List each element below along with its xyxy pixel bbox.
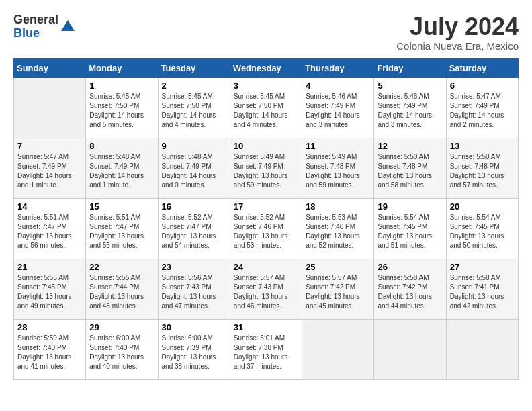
calendar-cell: 6Sunrise: 5:47 AM Sunset: 7:49 PM Daylig… [446, 77, 518, 138]
calendar-cell: 18Sunrise: 5:53 AM Sunset: 7:46 PM Dayli… [302, 198, 374, 259]
day-number: 16 [162, 201, 226, 212]
day-number: 23 [162, 262, 226, 272]
day-info: Sunrise: 5:51 AM Sunset: 7:47 PM Dayligh… [17, 213, 82, 250]
logo: General Blue [13, 13, 76, 40]
header-cell-sunday: Sunday [14, 58, 86, 77]
calendar-cell: 5Sunrise: 5:46 AM Sunset: 7:49 PM Daylig… [374, 77, 446, 138]
day-info: Sunrise: 5:54 AM Sunset: 7:45 PM Dayligh… [378, 213, 442, 250]
day-info: Sunrise: 6:00 AM Sunset: 7:39 PM Dayligh… [162, 334, 226, 371]
day-info: Sunrise: 6:01 AM Sunset: 7:38 PM Dayligh… [234, 334, 298, 371]
day-info: Sunrise: 5:58 AM Sunset: 7:41 PM Dayligh… [450, 273, 515, 311]
calendar-cell: 12Sunrise: 5:50 AM Sunset: 7:48 PM Dayli… [374, 138, 446, 198]
calendar-cell: 31Sunrise: 6:01 AM Sunset: 7:38 PM Dayli… [230, 319, 302, 379]
day-number: 29 [89, 322, 154, 332]
day-number: 15 [89, 201, 154, 212]
day-info: Sunrise: 5:48 AM Sunset: 7:49 PM Dayligh… [89, 152, 154, 190]
calendar-cell [374, 319, 446, 379]
day-number: 24 [234, 262, 298, 272]
calendar-cell: 28Sunrise: 5:59 AM Sunset: 7:40 PM Dayli… [14, 319, 86, 379]
day-number: 6 [450, 81, 515, 91]
day-number: 1 [89, 81, 154, 91]
header-cell-tuesday: Tuesday [158, 58, 230, 77]
day-info: Sunrise: 5:50 AM Sunset: 7:48 PM Dayligh… [378, 152, 442, 190]
calendar-cell: 22Sunrise: 5:55 AM Sunset: 7:44 PM Dayli… [86, 259, 158, 319]
logo-icon [60, 19, 76, 35]
day-number: 28 [17, 322, 82, 332]
day-info: Sunrise: 5:58 AM Sunset: 7:42 PM Dayligh… [378, 273, 442, 311]
day-number: 20 [450, 201, 515, 212]
day-number: 13 [450, 141, 515, 151]
calendar-week-3: 14Sunrise: 5:51 AM Sunset: 7:47 PM Dayli… [14, 198, 519, 259]
logo-blue: Blue [13, 27, 58, 40]
calendar-cell: 30Sunrise: 6:00 AM Sunset: 7:39 PM Dayli… [158, 319, 230, 379]
calendar-table: SundayMondayTuesdayWednesdayThursdayFrid… [13, 58, 519, 380]
day-number: 7 [17, 141, 82, 151]
day-info: Sunrise: 5:59 AM Sunset: 7:40 PM Dayligh… [17, 334, 82, 371]
calendar-cell: 9Sunrise: 5:48 AM Sunset: 7:49 PM Daylig… [158, 138, 230, 198]
day-number: 3 [234, 81, 298, 91]
header-cell-friday: Friday [374, 58, 446, 77]
day-number: 17 [234, 201, 298, 212]
month-title: July 2024 [396, 13, 519, 40]
calendar-cell: 27Sunrise: 5:58 AM Sunset: 7:41 PM Dayli… [446, 259, 518, 319]
calendar-cell: 1Sunrise: 5:45 AM Sunset: 7:50 PM Daylig… [86, 77, 158, 138]
day-info: Sunrise: 5:57 AM Sunset: 7:43 PM Dayligh… [234, 273, 298, 311]
day-number: 18 [306, 201, 370, 212]
calendar-cell: 23Sunrise: 5:56 AM Sunset: 7:43 PM Dayli… [158, 259, 230, 319]
day-info: Sunrise: 5:49 AM Sunset: 7:48 PM Dayligh… [306, 152, 370, 190]
svg-marker-0 [61, 20, 75, 31]
calendar-cell: 8Sunrise: 5:48 AM Sunset: 7:49 PM Daylig… [86, 138, 158, 198]
calendar-week-2: 7Sunrise: 5:47 AM Sunset: 7:49 PM Daylig… [14, 138, 519, 198]
header-cell-thursday: Thursday [302, 58, 374, 77]
calendar-header: SundayMondayTuesdayWednesdayThursdayFrid… [14, 58, 519, 77]
day-number: 26 [378, 262, 442, 272]
logo-general: General [13, 13, 58, 27]
day-number: 12 [378, 141, 442, 151]
calendar-cell: 11Sunrise: 5:49 AM Sunset: 7:48 PM Dayli… [302, 138, 374, 198]
day-number: 14 [17, 201, 82, 212]
day-number: 2 [162, 81, 226, 91]
calendar-cell: 10Sunrise: 5:49 AM Sunset: 7:49 PM Dayli… [230, 138, 302, 198]
calendar-cell [446, 319, 518, 379]
calendar-cell: 19Sunrise: 5:54 AM Sunset: 7:45 PM Dayli… [374, 198, 446, 259]
header-row: SundayMondayTuesdayWednesdayThursdayFrid… [14, 58, 519, 77]
day-info: Sunrise: 5:55 AM Sunset: 7:44 PM Dayligh… [89, 273, 154, 311]
page-header: General Blue July 2024 Colonia Nueva Era… [13, 13, 519, 52]
calendar-cell: 20Sunrise: 5:54 AM Sunset: 7:45 PM Dayli… [446, 198, 518, 259]
calendar-cell: 16Sunrise: 5:52 AM Sunset: 7:47 PM Dayli… [158, 198, 230, 259]
day-info: Sunrise: 5:48 AM Sunset: 7:49 PM Dayligh… [162, 152, 226, 190]
calendar-cell: 13Sunrise: 5:50 AM Sunset: 7:48 PM Dayli… [446, 138, 518, 198]
day-info: Sunrise: 5:45 AM Sunset: 7:50 PM Dayligh… [234, 92, 298, 130]
calendar-cell: 29Sunrise: 6:00 AM Sunset: 7:40 PM Dayli… [86, 319, 158, 379]
day-number: 8 [89, 141, 154, 151]
calendar-cell: 4Sunrise: 5:46 AM Sunset: 7:49 PM Daylig… [302, 77, 374, 138]
day-number: 5 [378, 81, 442, 91]
day-number: 31 [234, 322, 298, 332]
calendar-cell: 17Sunrise: 5:52 AM Sunset: 7:46 PM Dayli… [230, 198, 302, 259]
day-info: Sunrise: 5:55 AM Sunset: 7:45 PM Dayligh… [17, 273, 82, 311]
location-title: Colonia Nueva Era, Mexico [396, 40, 519, 52]
day-number: 22 [89, 262, 154, 272]
day-info: Sunrise: 5:47 AM Sunset: 7:49 PM Dayligh… [17, 152, 82, 190]
header-cell-monday: Monday [86, 58, 158, 77]
calendar-cell: 14Sunrise: 5:51 AM Sunset: 7:47 PM Dayli… [14, 198, 86, 259]
calendar-cell [14, 77, 86, 138]
day-number: 11 [306, 141, 370, 151]
header-cell-saturday: Saturday [446, 58, 518, 77]
calendar-cell: 25Sunrise: 5:57 AM Sunset: 7:42 PM Dayli… [302, 259, 374, 319]
day-info: Sunrise: 5:49 AM Sunset: 7:49 PM Dayligh… [234, 152, 298, 190]
day-number: 10 [234, 141, 298, 151]
day-info: Sunrise: 5:45 AM Sunset: 7:50 PM Dayligh… [89, 92, 154, 130]
day-info: Sunrise: 5:52 AM Sunset: 7:46 PM Dayligh… [234, 213, 298, 250]
day-number: 9 [162, 141, 226, 151]
day-number: 25 [306, 262, 370, 272]
header-cell-wednesday: Wednesday [230, 58, 302, 77]
calendar-cell [302, 319, 374, 379]
calendar-week-1: 1Sunrise: 5:45 AM Sunset: 7:50 PM Daylig… [14, 77, 519, 138]
calendar-cell: 3Sunrise: 5:45 AM Sunset: 7:50 PM Daylig… [230, 77, 302, 138]
calendar-week-5: 28Sunrise: 5:59 AM Sunset: 7:40 PM Dayli… [14, 319, 519, 379]
calendar-cell: 2Sunrise: 5:45 AM Sunset: 7:50 PM Daylig… [158, 77, 230, 138]
day-info: Sunrise: 5:56 AM Sunset: 7:43 PM Dayligh… [162, 273, 226, 311]
day-info: Sunrise: 5:54 AM Sunset: 7:45 PM Dayligh… [450, 213, 515, 250]
day-info: Sunrise: 5:52 AM Sunset: 7:47 PM Dayligh… [162, 213, 226, 250]
